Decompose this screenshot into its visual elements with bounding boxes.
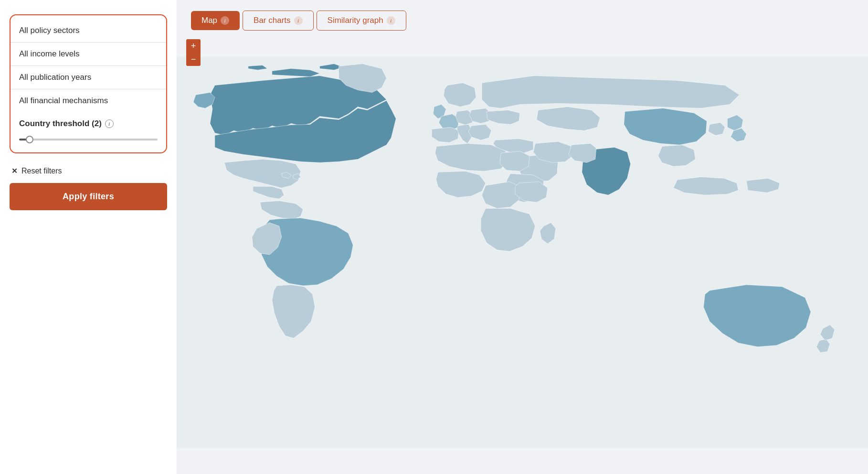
tab-bar: Map i Bar charts i Similarity graph i — [177, 0, 868, 31]
filter-item-income-levels[interactable]: All income levels — [11, 43, 166, 66]
zoom-in-button[interactable]: + — [186, 39, 201, 53]
apply-filters-button[interactable]: Apply filters — [10, 183, 167, 210]
tab-similarity-graph-label: Similarity graph — [328, 16, 383, 25]
filter-box: All policy sectorsAll income levelsAll p… — [10, 14, 167, 153]
filter-item-label: All income levels — [19, 49, 80, 59]
sidebar: All policy sectorsAll income levelsAll p… — [0, 0, 177, 474]
filter-item-policy-sectors[interactable]: All policy sectors — [11, 19, 166, 43]
map-area[interactable]: + − — [177, 31, 868, 474]
world-map-svg — [177, 31, 868, 474]
reset-label: Reset filters — [21, 167, 62, 175]
tab-bar-charts[interactable]: Bar charts i — [243, 11, 313, 31]
main-content: Map i Bar charts i Similarity graph i + … — [177, 0, 868, 474]
zoom-controls: + − — [186, 39, 201, 66]
threshold-section: Country threshold (2) i — [11, 112, 166, 146]
zoom-out-button[interactable]: − — [186, 53, 201, 66]
tab-similarity-graph-info-icon[interactable]: i — [387, 16, 395, 25]
tab-map-info-icon[interactable]: i — [221, 16, 229, 25]
filter-item-label: All financial mechanisms — [19, 96, 108, 106]
filter-item-financial-mechanisms[interactable]: All financial mechanisms — [11, 89, 166, 112]
threshold-text: Country threshold (2) — [19, 119, 102, 129]
reset-x-icon: ✕ — [11, 167, 18, 175]
tab-map-label: Map — [201, 16, 217, 25]
threshold-label: Country threshold (2) i — [19, 119, 114, 129]
country-egypt[interactable] — [500, 151, 529, 171]
tab-bar-charts-label: Bar charts — [254, 16, 290, 25]
tab-similarity-graph[interactable]: Similarity graph i — [317, 11, 406, 31]
filter-item-label: All policy sectors — [19, 26, 80, 35]
tab-bar-charts-info-icon[interactable]: i — [294, 16, 303, 25]
threshold-slider[interactable] — [19, 139, 158, 140]
tab-map[interactable]: Map i — [191, 11, 240, 30]
country-indonesia[interactable] — [674, 177, 780, 195]
reset-filters-row[interactable]: ✕ Reset filters — [10, 162, 167, 180]
world-map-container — [177, 31, 868, 474]
filter-item-label: All publication years — [19, 73, 91, 82]
threshold-slider-container — [19, 133, 158, 143]
threshold-info-icon[interactable]: i — [105, 119, 114, 128]
filter-item-publication-years[interactable]: All publication years — [11, 66, 166, 89]
